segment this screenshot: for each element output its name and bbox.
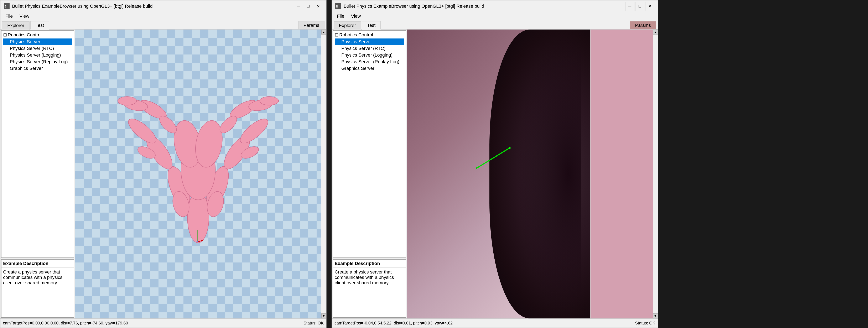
title-buttons-2: ─ □ ✕ — [625, 2, 654, 11]
description-header-1: Example Description — [1, 260, 74, 268]
tree-item-2-2[interactable]: Physics Server (Logging) — [335, 52, 404, 58]
svg-line-29 — [476, 148, 509, 168]
tree-item-1-0[interactable]: Physics Server — [3, 38, 72, 45]
tree-item-2-1[interactable]: Physics Server (RTC) — [335, 45, 404, 52]
svg-text:B: B — [336, 5, 338, 8]
scrollbar-1[interactable]: ▲ ▼ — [321, 30, 326, 319]
tab-bar-2: Explorer Test Params — [332, 20, 658, 30]
scroll-up-1[interactable]: ▲ — [321, 30, 327, 34]
tree-item-2-4[interactable]: Graphics Server — [335, 65, 404, 72]
title-bar-2: B Bullet Physics ExampleBrowser using Op… — [332, 0, 658, 12]
scroll-track-2[interactable] — [653, 34, 658, 314]
tree-item-2-3[interactable]: Physics Server (Replay Log) — [335, 58, 404, 65]
tree-panel-2: ⊟ Robotics Control Physics Server Physic… — [333, 30, 406, 258]
window2: B Bullet Physics ExampleBrowser using Op… — [332, 0, 658, 328]
tree-item-2-0[interactable]: Physics Server — [335, 38, 404, 45]
green-line-2 — [407, 30, 590, 319]
tab-bar-1: Explorer Test Params — [0, 20, 326, 30]
menu-file-1[interactable]: File — [2, 13, 16, 20]
maximize-button-2[interactable]: □ — [635, 2, 644, 11]
tab-params-2[interactable]: Params — [630, 21, 656, 29]
scroll-track-1[interactable] — [321, 34, 326, 314]
svg-text:B: B — [5, 5, 6, 8]
close-button-1[interactable]: ✕ — [314, 2, 323, 11]
menu-view-2[interactable]: View — [348, 13, 364, 20]
tree-group-2: ⊟ Robotics Control — [335, 32, 404, 38]
ok-status-2: Status: OK — [635, 321, 655, 326]
tree-item-1-1[interactable]: Physics Server (RTC) — [3, 45, 72, 52]
description-text-2: Create a physics server that communicate… — [333, 268, 406, 318]
svg-point-7 — [125, 115, 160, 147]
scroll-up-2[interactable]: ▲ — [653, 30, 658, 34]
collapse-icon-1: ⊟ — [3, 32, 7, 38]
status-bar-2: camTargetPos=-0.04,0.54,5.22, dist=0.01,… — [332, 319, 658, 328]
scroll-down-1[interactable]: ▼ — [321, 314, 327, 319]
window1: B Bullet Physics ExampleBrowser using Op… — [0, 0, 327, 328]
minimize-button-2[interactable]: ─ — [625, 2, 634, 11]
lung-object-1 — [112, 58, 284, 290]
tab-params-1[interactable]: Params — [298, 21, 324, 29]
collapse-icon-2: ⊟ — [335, 32, 338, 38]
tree-group-label-2: Robotics Control — [339, 32, 373, 38]
close-button-2[interactable]: ✕ — [645, 2, 654, 11]
viewport-2[interactable] — [407, 30, 590, 319]
description-panel-2: Example Description Create a physics ser… — [333, 259, 406, 318]
menu-bar-2: File View — [332, 12, 658, 20]
title-bar-1: B Bullet Physics ExampleBrowser using Op… — [0, 0, 326, 12]
cam-status-2: camTargetPos=-0.04,0.54,5.22, dist=0.01,… — [335, 321, 628, 326]
params-area-2 — [590, 30, 653, 319]
tab-test-2[interactable]: Test — [362, 21, 381, 30]
title-buttons-1: ─ □ ✕ — [294, 2, 323, 11]
tree-group-label-1: Robotics Control — [8, 32, 41, 38]
tree-item-1-3[interactable]: Physics Server (Replay Log) — [3, 58, 72, 65]
description-header-2: Example Description — [333, 260, 406, 268]
svg-point-30 — [508, 147, 510, 149]
svg-line-25 — [197, 240, 204, 242]
window-title-1: Bullet Physics ExampleBrowser using Open… — [12, 3, 291, 9]
tab-explorer-2[interactable]: Explorer — [334, 22, 361, 30]
left-panel-2: ⊟ Robotics Control Physics Server Physic… — [332, 30, 407, 319]
tree-item-1-2[interactable]: Physics Server (Logging) — [3, 52, 72, 58]
tab-test-1[interactable]: Test — [30, 21, 49, 30]
maximize-button-1[interactable]: □ — [304, 2, 313, 11]
description-text-1: Create a physics server that communicate… — [1, 268, 74, 318]
ok-status-1: Status: OK — [304, 321, 324, 326]
svg-rect-26 — [196, 241, 198, 242]
svg-point-31 — [476, 168, 477, 169]
menu-view-1[interactable]: View — [16, 13, 32, 20]
tree-panel-1: ⊟ Robotics Control Physics Server Physic… — [1, 30, 74, 258]
cam-status-1: camTargetPos=0.00,0.00,0.00, dist=7.76, … — [3, 321, 297, 326]
viewport-1[interactable] — [75, 30, 321, 319]
svg-point-12 — [118, 96, 137, 105]
tree-group-1: ⊟ Robotics Control — [3, 32, 72, 38]
main-content-2: ⊟ Robotics Control Physics Server Physic… — [332, 30, 658, 319]
minimize-button-1[interactable]: ─ — [294, 2, 303, 11]
app-icon-2: B — [335, 3, 341, 9]
main-content-1: ⊟ Robotics Control Physics Server Physic… — [0, 30, 326, 319]
scroll-down-2[interactable]: ▼ — [653, 314, 658, 319]
svg-point-14 — [260, 96, 279, 105]
menu-file-2[interactable]: File — [334, 13, 348, 20]
scrollbar-2[interactable]: ▲ ▼ — [653, 30, 658, 319]
status-bar-1: camTargetPos=0.00,0.00,0.00, dist=7.76, … — [0, 319, 326, 328]
left-panel-1: ⊟ Robotics Control Physics Server Physic… — [0, 30, 75, 319]
app-icon: B — [4, 3, 9, 9]
tree-item-1-4[interactable]: Graphics Server — [3, 65, 72, 72]
menu-bar-1: File View — [0, 12, 326, 20]
axes-indicator-1 — [191, 226, 204, 246]
tab-explorer-1[interactable]: Explorer — [2, 22, 30, 30]
description-panel-1: Example Description Create a physics ser… — [1, 259, 74, 318]
svg-point-8 — [237, 115, 272, 147]
window-title-2: Bullet Physics ExampleBrowser using Open… — [344, 3, 623, 9]
